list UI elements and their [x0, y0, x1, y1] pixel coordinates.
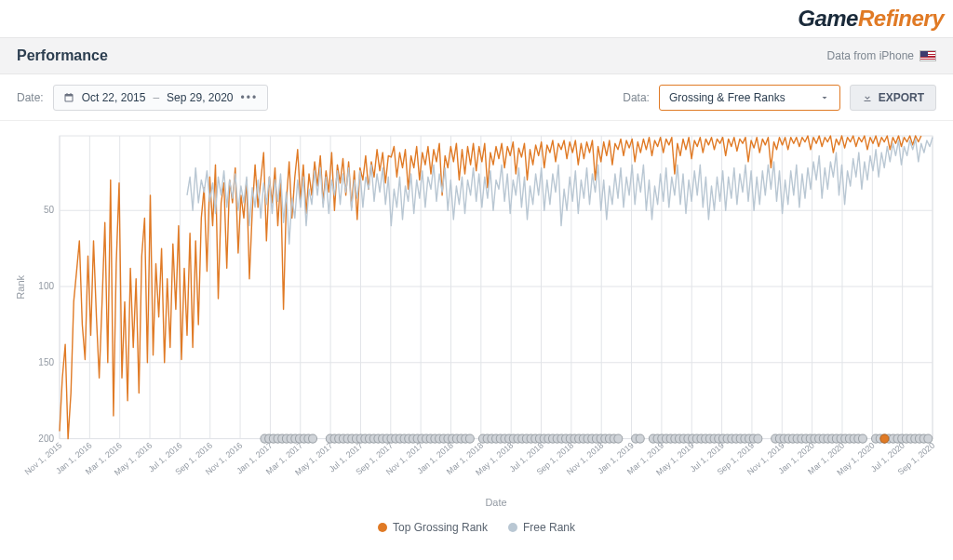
calendar-icon [63, 92, 74, 103]
data-select-label: Data: [623, 91, 650, 104]
data-select[interactable]: Grossing & Free Ranks [659, 85, 840, 111]
chart-svg: 50100150200Nov 1, 2015Jan 1, 2016Mar 1, … [11, 128, 942, 512]
date-range-picker[interactable]: Oct 22, 2015 – Sep 29, 2020 ••• [53, 85, 268, 111]
data-select-value: Grossing & Free Ranks [669, 91, 785, 104]
brand-logo: GameRefinery [798, 6, 944, 32]
svg-point-82 [309, 434, 317, 443]
legend-item-free[interactable]: Free Rank [508, 521, 575, 534]
brand-name-b: Refinery [858, 6, 944, 31]
page-title: Performance [17, 47, 108, 64]
svg-point-209 [880, 434, 889, 443]
svg-point-115 [465, 434, 474, 443]
more-icon[interactable]: ••• [241, 91, 259, 104]
svg-point-149 [636, 434, 644, 443]
chart-area[interactable]: 50100150200Nov 1, 2015Jan 1, 2016Mar 1, … [0, 121, 953, 512]
date-from: Oct 22, 2015 [82, 91, 146, 104]
legend-label-free: Free Rank [523, 521, 575, 534]
date-to: Sep 29, 2020 [167, 91, 233, 104]
legend-label-grossing: Top Grossing Rank [393, 521, 488, 534]
date-sep: – [153, 91, 159, 104]
svg-point-208 [924, 434, 933, 443]
svg-text:150: 150 [38, 357, 54, 367]
svg-text:Date: Date [485, 497, 506, 508]
export-label: EXPORT [879, 91, 924, 104]
svg-text:50: 50 [44, 205, 55, 215]
legend: Top Grossing Rank Free Rank [0, 512, 953, 538]
date-label: Date: [17, 91, 44, 104]
export-button[interactable]: EXPORT [850, 85, 936, 111]
download-icon [862, 92, 873, 103]
svg-text:Rank: Rank [15, 274, 26, 299]
legend-swatch-grossing [378, 523, 387, 532]
controls-row: Date: Oct 22, 2015 – Sep 29, 2020 ••• Da… [0, 74, 953, 121]
brand-bar: GameRefinery [0, 0, 953, 37]
flag-us-icon [919, 50, 936, 61]
chevron-down-icon [819, 92, 830, 103]
header-strip: Performance Data from iPhone [0, 37, 953, 74]
legend-item-grossing[interactable]: Top Grossing Rank [378, 521, 488, 534]
svg-point-147 [614, 434, 623, 443]
brand-name-a: Game [798, 6, 858, 31]
data-source: Data from iPhone [827, 49, 936, 62]
svg-point-195 [858, 434, 866, 443]
svg-text:100: 100 [38, 281, 54, 291]
svg-text:200: 200 [38, 433, 54, 444]
legend-swatch-free [508, 523, 517, 532]
svg-point-174 [754, 434, 762, 443]
data-source-label: Data from iPhone [827, 49, 914, 62]
